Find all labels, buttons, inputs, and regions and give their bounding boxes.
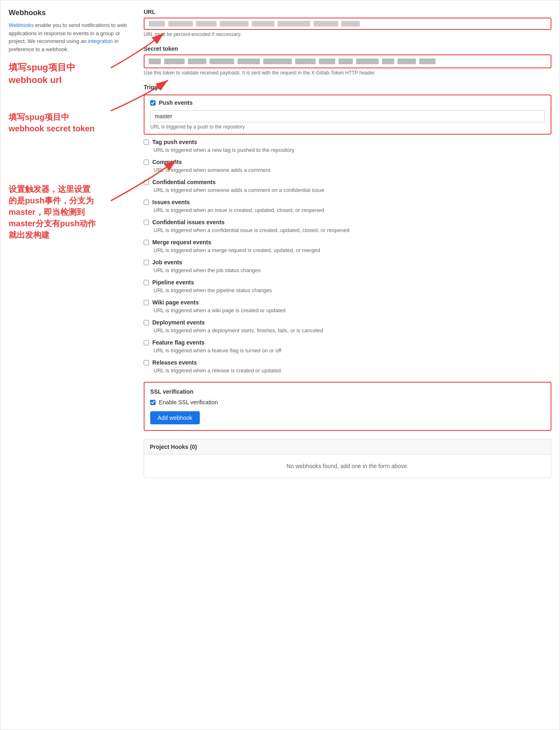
token-blur-2 — [164, 59, 185, 64]
trigger-label-confidential-comments: Confidential comments — [152, 179, 216, 185]
trigger-row-tag-push: Tag push events — [144, 139, 551, 145]
trigger-desc-wiki-page: URL is triggered when a wiki page is cre… — [154, 307, 551, 313]
token-blur-7 — [295, 59, 316, 64]
trigger-item-merge-request: Merge request events URL is triggered wh… — [144, 239, 551, 253]
url-field-group: URL URL must be percent-encoded if necce… — [144, 9, 551, 37]
trigger-label-merge-request: Merge request events — [152, 239, 211, 246]
trigger-checkbox-comments[interactable] — [144, 160, 149, 165]
trigger-label-issues-events: Issues events — [152, 199, 190, 205]
trigger-label-tag-push: Tag push events — [152, 139, 197, 145]
trigger-row-wiki-page: Wiki page events — [144, 299, 551, 306]
trigger-desc-issues-events: URL is triggered when an issue is create… — [154, 207, 551, 213]
trigger-desc-pipeline-events: URL is triggered when the pipeline statu… — [154, 287, 551, 293]
trigger-checkbox-confidential-comments[interactable] — [144, 180, 149, 185]
trigger-row-merge-request: Merge request events — [144, 239, 551, 246]
ssl-enable-label: Enable SSL verification — [159, 399, 218, 406]
project-hooks-section: Project Hooks (0) No webhooks found, add… — [144, 439, 551, 478]
token-blur-10 — [356, 59, 379, 64]
trigger-label-wiki-page: Wiki page events — [152, 299, 199, 306]
trigger-desc-confidential-comments: URL is triggered when someone adds a com… — [154, 187, 551, 193]
trigger-checkbox-tag-push[interactable] — [144, 140, 149, 145]
url-blur-1 — [149, 21, 165, 27]
annotation-token: 填写spug项目中webhook secret token — [9, 111, 127, 134]
token-blur-5 — [237, 59, 260, 64]
trigger-desc-deployment-events: URL is triggered when a deployment start… — [154, 327, 551, 333]
url-blur-2 — [168, 21, 193, 27]
trigger-row-confidential-issues: Confidential issues events — [144, 219, 551, 225]
trigger-checkbox-issues-events[interactable] — [144, 200, 149, 205]
trigger-label-releases-events: Releases events — [152, 359, 197, 366]
page-description: Webhooks enable you to send notification… — [9, 21, 127, 53]
trigger-row-confidential-comments: Confidential comments — [144, 179, 551, 185]
push-events-label: Push events — [159, 99, 192, 106]
ssl-enable-row: Enable SSL verification — [150, 399, 545, 406]
project-hooks-empty-message: No webhooks found, add one in the form a… — [144, 455, 551, 478]
ssl-verification-box: SSL verification Enable SSL verification… — [144, 382, 551, 431]
url-blur-7 — [314, 21, 338, 27]
token-blur-11 — [382, 59, 394, 64]
trigger-label-comments: Comments — [152, 159, 182, 165]
token-blur-6 — [263, 59, 292, 64]
push-events-row: Push events — [150, 99, 545, 106]
trigger-label-deployment-events: Deployment events — [152, 319, 205, 326]
trigger-row-comments: Comments — [144, 159, 551, 165]
trigger-row-feature-flag: Feature flag events — [144, 339, 551, 346]
trigger-desc-merge-request: URL is triggered when a merge request is… — [154, 247, 551, 253]
push-events-branch-input[interactable] — [150, 110, 545, 122]
trigger-row-deployment-events: Deployment events — [144, 319, 551, 326]
trigger-row-job-events: Job events — [144, 259, 551, 266]
url-blur-8 — [341, 21, 360, 27]
annotation-url: 填写spug项目中webhook url — [9, 61, 127, 87]
url-blur-5 — [252, 21, 274, 27]
trigger-desc-feature-flag: URL is triggered when a feature flag is … — [154, 347, 551, 354]
trigger-label-pipeline-events: Pipeline events — [152, 279, 194, 286]
trigger-item-confidential-issues: Confidential issues events URL is trigge… — [144, 219, 551, 233]
trigger-desc-releases-events: URL is triggered when a release is creat… — [154, 367, 551, 374]
url-hint: URL must be percent-encoded if neccessar… — [144, 32, 551, 37]
trigger-checkbox-wiki-page[interactable] — [144, 300, 149, 305]
trigger-item-feature-flag: Feature flag events URL is triggered whe… — [144, 339, 551, 354]
trigger-item-job-events: Job events URL is triggered when the job… — [144, 259, 551, 273]
trigger-label-job-events: Job events — [152, 259, 182, 266]
trigger-label-feature-flag: Feature flag events — [152, 339, 205, 346]
trigger-checkbox-pipeline-events[interactable] — [144, 280, 149, 285]
add-webhook-button[interactable]: Add webhook — [150, 411, 200, 424]
token-blur-3 — [188, 59, 206, 64]
token-blur-12 — [397, 59, 416, 64]
trigger-checkbox-deployment-events[interactable] — [144, 320, 149, 325]
trigger-item-tag-push: Tag push events URL is triggered when a … — [144, 139, 551, 153]
webhooks-link[interactable]: Webhooks — [9, 22, 34, 28]
trigger-desc-comments: URL is triggered when someone adds a com… — [154, 167, 551, 173]
secret-token-label: Secret token — [144, 45, 551, 52]
url-blur-6 — [278, 21, 310, 27]
token-blur-13 — [419, 59, 436, 64]
trigger-checkbox-job-events[interactable] — [144, 260, 149, 265]
trigger-item-issues-events: Issues events URL is triggered when an i… — [144, 199, 551, 213]
push-events-checkbox[interactable] — [150, 100, 156, 106]
trigger-desc-confidential-issues: URL is triggered when a confidential iss… — [154, 227, 551, 233]
trigger-label-confidential-issues: Confidential issues events — [152, 219, 225, 225]
url-blur-4 — [220, 21, 248, 27]
token-blur-4 — [210, 59, 234, 64]
trigger-desc-job-events: URL is triggered when the job status cha… — [154, 267, 551, 273]
ssl-enable-checkbox[interactable] — [150, 400, 156, 405]
project-hooks-header: Project Hooks (0) — [144, 439, 551, 455]
push-events-box: Push events URL is triggered by a push t… — [144, 95, 551, 135]
integration-link[interactable]: integration — [88, 38, 113, 44]
trigger-item-comments: Comments URL is triggered when someone a… — [144, 159, 551, 173]
secret-token-hint: Use this token to validate received payl… — [144, 70, 551, 76]
trigger-item-releases-events: Releases events URL is triggered when a … — [144, 359, 551, 374]
trigger-item-wiki-page: Wiki page events URL is triggered when a… — [144, 299, 551, 313]
token-blur-1 — [149, 59, 161, 64]
page-heading: Webhooks — [9, 9, 127, 17]
url-label: URL — [144, 9, 551, 15]
trigger-checkbox-feature-flag[interactable] — [144, 340, 149, 345]
trigger-row-releases-events: Releases events — [144, 359, 551, 366]
trigger-checkbox-releases-events[interactable] — [144, 360, 149, 365]
secret-token-field-group: Secret token Use this token to validate … — [144, 45, 551, 76]
push-events-hint: URL is triggered by a push to the reposi… — [150, 124, 545, 130]
trigger-row-issues-events: Issues events — [144, 199, 551, 205]
trigger-checkbox-confidential-issues[interactable] — [144, 220, 149, 225]
trigger-checkbox-merge-request[interactable] — [144, 240, 149, 245]
trigger-item-confidential-comments: Confidential comments URL is triggered w… — [144, 179, 551, 193]
